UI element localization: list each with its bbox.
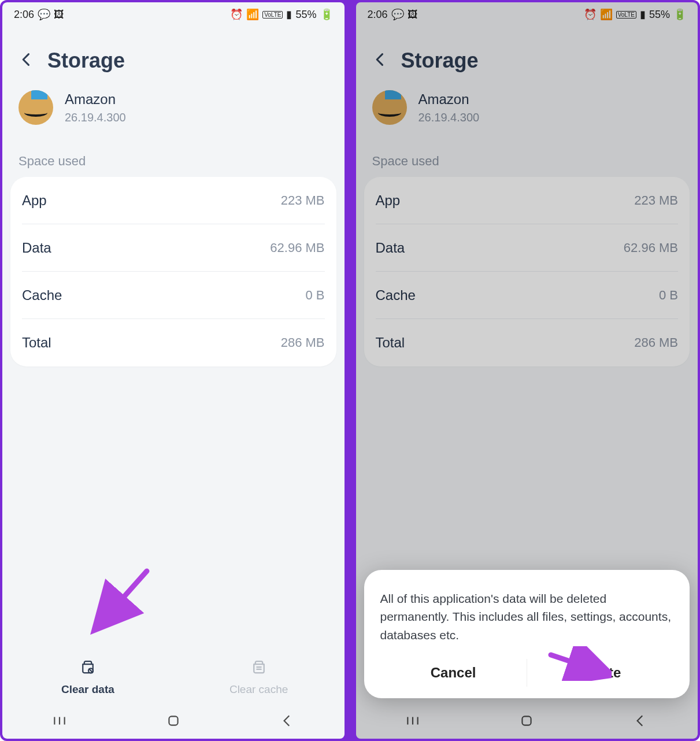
clock-text: 2:06 <box>368 9 388 21</box>
status-bar: 2:06 💬 🖼 ⏰ 📶 VoLTE ▮ 55% 🔋 <box>356 2 698 23</box>
clear-cache-button: Clear cache <box>173 648 345 704</box>
chat-icon: 💬 <box>38 8 50 21</box>
section-label: Space used <box>356 154 698 177</box>
back-nav-icon[interactable] <box>280 713 295 731</box>
row-cache: Cache 0 B <box>376 272 679 319</box>
app-name: Amazon <box>418 91 480 108</box>
clock-text: 2:06 <box>14 9 34 21</box>
row-label: Cache <box>376 287 416 303</box>
android-navbar <box>2 707 345 739</box>
confirm-dialog: All of this application's data will be d… <box>364 570 690 699</box>
page-title: Storage <box>47 49 125 73</box>
delete-button[interactable]: Delete <box>527 659 673 687</box>
row-app: App 223 MB <box>376 177 679 224</box>
back-icon[interactable] <box>18 51 35 70</box>
recents-icon[interactable] <box>405 713 420 731</box>
section-label: Space used <box>2 154 345 177</box>
clear-cache-icon <box>250 658 268 679</box>
app-icon <box>372 90 407 125</box>
row-value: 223 MB <box>281 193 325 208</box>
recents-icon[interactable] <box>52 713 67 731</box>
row-cache: Cache 0 B <box>22 272 325 319</box>
battery-icon: 🔋 <box>320 8 333 21</box>
row-label: Total <box>376 335 405 351</box>
svg-rect-7 <box>169 716 177 725</box>
row-value: 286 MB <box>281 335 325 350</box>
alarm-icon: ⏰ <box>230 8 243 21</box>
home-icon[interactable] <box>519 713 534 731</box>
row-label: App <box>376 192 401 209</box>
app-version: 26.19.4.300 <box>65 111 126 124</box>
svg-rect-13 <box>523 716 531 725</box>
signal-icon: ▮ <box>640 8 646 21</box>
battery-text: 55% <box>295 9 316 21</box>
app-icon <box>18 90 53 125</box>
clear-data-button[interactable]: Clear data <box>2 648 173 704</box>
row-value: 62.96 MB <box>624 240 678 255</box>
row-label: Total <box>22 335 51 351</box>
clear-data-icon <box>79 658 97 679</box>
row-value: 223 MB <box>634 193 678 208</box>
svg-line-1 <box>89 669 92 673</box>
clear-data-label: Clear data <box>61 683 114 696</box>
row-label: App <box>22 192 47 209</box>
row-label: Data <box>376 240 405 256</box>
row-value: 62.96 MB <box>270 240 324 255</box>
row-total: Total 286 MB <box>376 319 679 366</box>
row-label: Data <box>22 240 51 256</box>
page-title: Storage <box>401 49 479 73</box>
alarm-icon: ⏰ <box>584 8 597 21</box>
volte-icon: VoLTE <box>616 11 636 18</box>
bottom-actions: Clear data Clear cache <box>2 648 345 707</box>
row-total: Total 286 MB <box>22 319 325 366</box>
volte-icon: VoLTE <box>262 11 283 18</box>
app-info-row: Amazon 26.19.4.300 <box>2 90 345 154</box>
dialog-message: All of this application's data will be d… <box>380 590 674 644</box>
battery-text: 55% <box>649 9 670 21</box>
row-value: 0 B <box>659 288 678 303</box>
image-icon: 🖼 <box>408 9 418 21</box>
wifi-icon: 📶 <box>600 8 613 21</box>
battery-icon: 🔋 <box>673 8 686 21</box>
signal-icon: ▮ <box>286 8 292 21</box>
row-app: App 223 MB <box>22 177 325 224</box>
chat-icon: 💬 <box>391 8 404 21</box>
home-icon[interactable] <box>166 713 181 731</box>
row-value: 286 MB <box>634 335 678 350</box>
storage-card: App 223 MB Data 62.96 MB Cache 0 B Total… <box>10 177 336 366</box>
status-bar: 2:06 💬 🖼 ⏰ 📶 VoLTE ▮ 55% 🔋 <box>2 2 345 23</box>
back-icon[interactable] <box>372 51 388 70</box>
cancel-button[interactable]: Cancel <box>380 659 527 687</box>
row-data: Data 62.96 MB <box>22 224 325 272</box>
row-value: 0 B <box>305 288 324 303</box>
wifi-icon: 📶 <box>246 8 259 21</box>
app-name: Amazon <box>65 91 126 108</box>
android-navbar <box>356 707 698 739</box>
back-nav-icon[interactable] <box>633 713 648 731</box>
clear-cache-label: Clear cache <box>229 683 288 696</box>
image-icon: 🖼 <box>54 9 64 21</box>
app-info-row: Amazon 26.19.4.300 <box>356 90 698 154</box>
row-label: Cache <box>22 287 62 303</box>
storage-card: App 223 MB Data 62.96 MB Cache 0 B Total… <box>364 177 690 366</box>
row-data: Data 62.96 MB <box>376 224 679 272</box>
app-version: 26.19.4.300 <box>418 111 480 124</box>
